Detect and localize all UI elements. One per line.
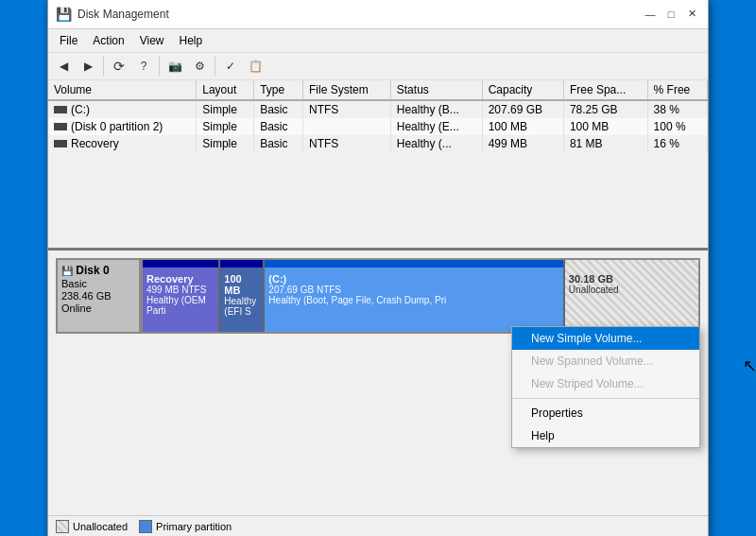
toolbar: ◀ ▶ ⟳ ? 📷 ⚙ ✓ 📋 — [48, 53, 708, 80]
disk-name: 💾 Disk 0 — [61, 264, 135, 277]
ctx-separator — [512, 398, 699, 399]
disk-label: 💾 Disk 0 Basic 238.46 GB Online — [56, 258, 141, 334]
cell-layout: Simple — [197, 135, 254, 152]
cell-pct: 16 % — [647, 135, 707, 152]
cell-capacity: 207.69 GB — [482, 100, 563, 118]
cell-layout: Simple — [197, 118, 254, 135]
partition-content: (C:) 207.69 GB NTFS Healthy (Boot, Page … — [268, 273, 559, 305]
ctx-new-striped-volume[interactable]: New Striped Volume... — [512, 372, 699, 395]
partition-status: Healthy (Boot, Page File, Crash Dump, Pr… — [268, 295, 559, 305]
col-layout[interactable]: Layout — [197, 80, 254, 100]
minimize-button[interactable]: — — [642, 6, 659, 23]
cell-pct: 38 % — [647, 100, 707, 118]
legend-box-unalloc — [56, 520, 69, 533]
table-row[interactable]: Recovery Simple Basic NTFS Healthy (... … — [48, 135, 708, 152]
menu-view[interactable]: View — [132, 31, 172, 50]
cell-fs: NTFS — [303, 135, 391, 152]
disk-icon-small: 💾 — [61, 266, 73, 276]
status-bar: Unallocated Primary partition — [48, 515, 708, 537]
partition-name: (C:) — [268, 273, 559, 285]
toolbar-snap[interactable]: 📷 — [163, 56, 186, 77]
col-filesystem[interactable]: File System — [303, 80, 391, 100]
legend-unallocated: Unallocated — [56, 520, 128, 533]
toolbar-copy[interactable]: 📋 — [244, 56, 266, 77]
partition-unallocated[interactable]: 30.18 GB Unallocated — [565, 260, 698, 332]
title-bar: 💾 Disk Management — □ ✕ — [48, 0, 708, 29]
partition-size: 499 MB NTFS — [146, 285, 215, 295]
toolbar-sep1 — [103, 57, 104, 76]
disk-table: Volume Layout Type File System Status Ca… — [48, 80, 708, 152]
context-menu: New Simple Volume... New Spanned Volume.… — [511, 326, 700, 448]
close-button[interactable]: ✕ — [683, 6, 700, 23]
ctx-help[interactable]: Help — [512, 424, 699, 447]
partition-name: Recovery — [146, 273, 215, 285]
ctx-new-simple-volume[interactable]: New Simple Volume... — [512, 327, 699, 350]
col-capacity[interactable]: Capacity — [482, 80, 563, 100]
cell-free: 81 MB — [563, 135, 647, 152]
col-freespace[interactable]: Free Spa... — [563, 80, 647, 100]
partition-content: 30.18 GB Unallocated — [569, 273, 695, 295]
partition-header-bar — [220, 260, 263, 268]
disk-icon — [54, 106, 67, 113]
partition-header-bar — [265, 260, 563, 268]
disk-icon — [54, 123, 67, 130]
toolbar-forward[interactable]: ▶ — [77, 56, 99, 77]
partition-recovery[interactable]: Recovery 499 MB NTFS Healthy (OEM Parti — [143, 260, 220, 332]
cell-status: Healthy (E... — [390, 118, 482, 135]
col-status[interactable]: Status — [390, 80, 482, 100]
content-area: Volume Layout Type File System Status Ca… — [48, 80, 708, 515]
volume-list-pane: Volume Layout Type File System Status Ca… — [48, 80, 708, 251]
cell-free: 100 MB — [563, 118, 647, 135]
partition-status: Healthy (EFI S — [224, 296, 259, 317]
disk-size: 238.46 GB — [61, 290, 135, 302]
menu-action[interactable]: Action — [85, 31, 131, 50]
cell-volume: Recovery — [48, 135, 197, 152]
col-volume[interactable]: Volume — [48, 80, 197, 100]
menu-file[interactable]: File — [52, 31, 85, 50]
cell-fs — [303, 118, 391, 135]
partition-name: 30.18 GB — [569, 273, 695, 285]
toolbar-settings[interactable]: ⚙ — [188, 56, 211, 77]
legend-primary-label: Primary partition — [156, 521, 232, 532]
cell-free: 78.25 GB — [563, 100, 647, 118]
col-type[interactable]: Type — [254, 80, 303, 100]
cell-volume: (C:) — [48, 100, 197, 118]
cell-status: Healthy (B... — [390, 100, 482, 118]
partition-c[interactable]: (C:) 207.69 GB NTFS Healthy (Boot, Page … — [265, 260, 565, 332]
toolbar-refresh[interactable]: ⟳ — [108, 56, 130, 77]
toolbar-back[interactable]: ◀ — [52, 56, 75, 77]
cell-capacity: 100 MB — [482, 118, 563, 135]
ctx-new-spanned-volume[interactable]: New Spanned Volume... — [512, 350, 699, 372]
cell-pct: 100 % — [647, 118, 707, 135]
title-bar-left: 💾 Disk Management — [56, 7, 169, 22]
cell-fs: NTFS — [303, 100, 391, 118]
partition-name: 100 MB — [224, 273, 259, 296]
toolbar-help[interactable]: ? — [132, 56, 155, 77]
partition-efi[interactable]: 100 MB Healthy (EFI S — [220, 260, 265, 332]
table-row[interactable]: (Disk 0 partition 2) Simple Basic Health… — [48, 118, 708, 135]
legend-box-primary — [139, 520, 152, 533]
disk-partitions: Recovery 499 MB NTFS Healthy (OEM Parti … — [141, 258, 700, 334]
cell-type: Basic — [254, 135, 303, 152]
menu-help[interactable]: Help — [172, 31, 211, 50]
cell-capacity: 499 MB — [482, 135, 563, 152]
toolbar-check[interactable]: ✓ — [219, 56, 242, 77]
app-icon: 💾 — [56, 7, 72, 22]
legend-unalloc-label: Unallocated — [73, 521, 128, 532]
cell-type: Basic — [254, 100, 303, 118]
maximize-button[interactable]: □ — [662, 6, 679, 23]
partition-header-bar — [143, 260, 218, 268]
table-row[interactable]: (C:) Simple Basic NTFS Healthy (B... 207… — [48, 100, 708, 118]
cell-volume: (Disk 0 partition 2) — [48, 118, 197, 135]
toolbar-sep3 — [215, 57, 215, 76]
menu-bar: File Action View Help — [48, 29, 708, 53]
disk-status: Online — [61, 303, 135, 314]
ctx-properties[interactable]: Properties — [512, 402, 699, 424]
cell-layout: Simple — [197, 100, 254, 118]
col-pctfree[interactable]: % Free — [647, 80, 707, 100]
partition-size: 207.69 GB NTFS — [268, 285, 559, 295]
window-title: Disk Management — [77, 8, 169, 21]
cell-status: Healthy (... — [390, 135, 482, 152]
legend-primary: Primary partition — [139, 520, 232, 533]
toolbar-sep2 — [159, 57, 160, 76]
